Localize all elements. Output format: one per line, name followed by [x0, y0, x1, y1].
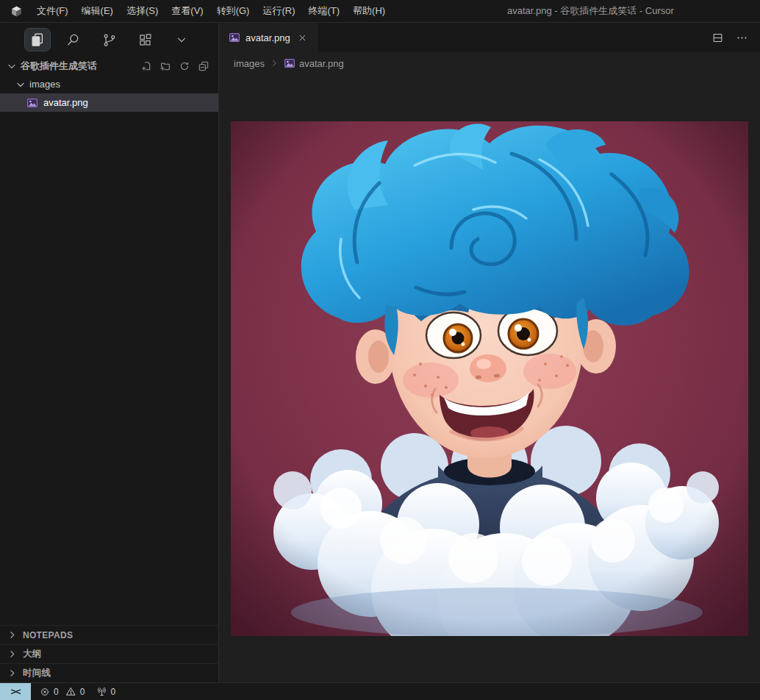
- image-file-icon: [26, 97, 38, 109]
- error-icon: [40, 687, 50, 697]
- tab-bar: avatar.png: [219, 23, 760, 52]
- status-bar: >< 0 0 0: [0, 682, 760, 700]
- broadcast-count: 0: [110, 687, 115, 697]
- explorer-project-header[interactable]: 谷歌插件生成笑话: [0, 57, 218, 75]
- image-file-icon: [229, 32, 240, 43]
- remote-icon: ><: [10, 686, 20, 697]
- warning-count: 0: [80, 687, 85, 697]
- breadcrumb-file[interactable]: avatar.png: [284, 57, 344, 69]
- problems-status[interactable]: 0 0: [40, 686, 85, 697]
- breadcrumb: images avatar.png: [219, 52, 760, 74]
- tree-file-avatar-png[interactable]: avatar.png: [0, 93, 218, 112]
- sidebar: 谷歌插件生成笑话: [0, 23, 219, 682]
- menu-goto[interactable]: 转到(G): [210, 0, 257, 22]
- new-folder-icon[interactable]: [159, 60, 171, 72]
- chevron-down-icon: [6, 60, 18, 72]
- more-actions-icon[interactable]: [736, 32, 748, 44]
- chevron-down-icon[interactable]: [169, 29, 194, 51]
- chevron-right-icon: [7, 668, 18, 679]
- menu-bar: 文件(F) 编辑(E) 选择(S) 查看(V) 转到(G) 运行(R) 终端(T…: [30, 0, 392, 22]
- titlebar: 文件(F) 编辑(E) 选择(S) 查看(V) 转到(G) 运行(R) 终端(T…: [0, 0, 760, 23]
- chevron-right-icon: [269, 58, 279, 68]
- chevron-right-icon: [7, 629, 18, 640]
- sidebar-empty-area: [0, 112, 218, 625]
- explorer-actions: [140, 60, 209, 72]
- broadcast-status[interactable]: 0: [96, 686, 115, 697]
- editor-actions: [711, 23, 760, 52]
- section-label: NOTEPADS: [23, 630, 73, 640]
- tab-avatar-png[interactable]: avatar.png: [219, 23, 318, 52]
- section-timeline[interactable]: 时间线: [0, 663, 218, 682]
- refresh-icon[interactable]: [179, 60, 190, 72]
- search-icon[interactable]: [61, 29, 86, 51]
- collapse-all-icon[interactable]: [198, 60, 209, 72]
- menu-edit[interactable]: 编辑(E): [75, 0, 120, 22]
- project-name: 谷歌插件生成笑话: [21, 60, 97, 73]
- remote-indicator[interactable]: ><: [0, 683, 31, 700]
- window-title: avatar.png - 谷歌插件生成笑话 - Cursor: [507, 0, 674, 22]
- section-label: 时间线: [23, 667, 51, 679]
- menu-file[interactable]: 文件(F): [30, 0, 75, 22]
- chevron-right-icon: [7, 649, 18, 660]
- section-outline[interactable]: 大纲: [0, 644, 218, 663]
- error-count: 0: [54, 687, 59, 697]
- section-label: 大纲: [23, 648, 42, 660]
- radio-tower-icon: [96, 686, 107, 697]
- menu-selection[interactable]: 选择(S): [120, 0, 165, 22]
- image-preview-canvas: [219, 74, 760, 682]
- image-preview: [231, 121, 748, 636]
- menu-run[interactable]: 运行(R): [256, 0, 301, 22]
- warning-icon: [65, 686, 76, 697]
- extensions-icon[interactable]: [133, 29, 158, 51]
- tab-label: avatar.png: [245, 32, 290, 43]
- indent-guide: [18, 93, 19, 112]
- menu-help[interactable]: 帮助(H): [346, 0, 392, 22]
- cursor-logo-icon: [10, 5, 23, 18]
- breadcrumb-folder[interactable]: images: [234, 58, 265, 69]
- editor-group: avatar.png images: [219, 23, 760, 682]
- section-notepads[interactable]: NOTEPADS: [0, 625, 218, 644]
- tree-folder-images[interactable]: images: [0, 75, 218, 93]
- activity-bar: [0, 23, 218, 57]
- split-editor-icon[interactable]: [711, 32, 724, 44]
- menu-view[interactable]: 查看(V): [165, 0, 209, 22]
- menu-terminal[interactable]: 终端(T): [301, 0, 346, 22]
- close-icon[interactable]: [295, 30, 310, 45]
- folder-label: images: [29, 79, 60, 90]
- chevron-down-icon: [15, 79, 26, 90]
- image-file-icon: [284, 57, 295, 69]
- file-label: avatar.png: [43, 97, 88, 108]
- source-control-icon[interactable]: [97, 29, 122, 51]
- explorer-icon[interactable]: [25, 29, 50, 51]
- new-file-icon[interactable]: [140, 60, 152, 72]
